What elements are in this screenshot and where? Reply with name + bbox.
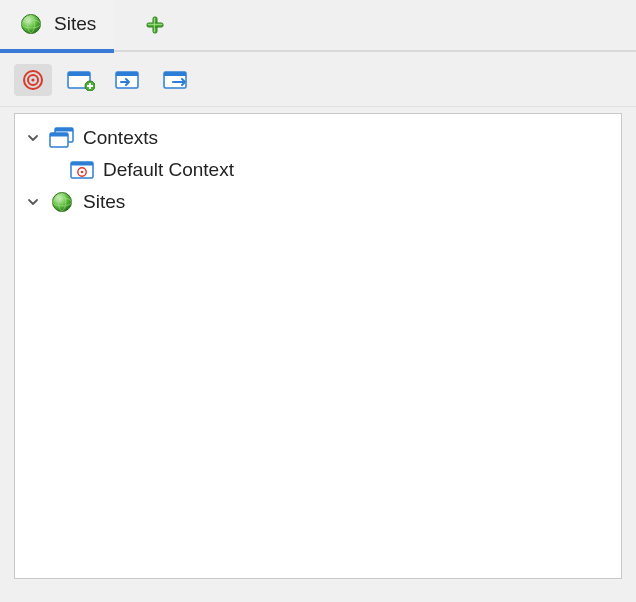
- globe-icon: [49, 189, 75, 215]
- tree-node-label: Default Context: [103, 156, 234, 184]
- import-context-button[interactable]: [110, 64, 148, 96]
- tab-label: Sites: [54, 13, 96, 35]
- svg-rect-23: [71, 162, 93, 166]
- svg-point-0: [22, 15, 41, 34]
- target-button[interactable]: [14, 64, 52, 96]
- export-context-button[interactable]: [158, 64, 196, 96]
- tree-node-label: Sites: [83, 188, 125, 216]
- svg-rect-13: [87, 85, 93, 87]
- chevron-down-icon: [25, 196, 41, 208]
- svg-rect-21: [50, 133, 68, 137]
- tab-sites[interactable]: Sites: [0, 0, 114, 53]
- svg-rect-10: [68, 72, 90, 76]
- new-context-button[interactable]: [62, 64, 100, 96]
- tree-node-sites[interactable]: Sites: [15, 186, 621, 218]
- new-context-icon: [67, 69, 95, 91]
- svg-rect-4: [154, 18, 155, 32]
- tree-view[interactable]: Contexts Default Context: [14, 113, 622, 579]
- sites-panel: Sites: [0, 0, 636, 602]
- svg-rect-5: [148, 24, 162, 25]
- svg-point-26: [53, 193, 72, 212]
- toolbar: [0, 52, 636, 107]
- svg-rect-17: [164, 72, 186, 76]
- svg-point-25: [81, 171, 84, 174]
- chevron-down-icon: [25, 132, 41, 144]
- tree-node-label: Contexts: [83, 124, 158, 152]
- svg-rect-15: [116, 72, 138, 76]
- tree-node-default-context[interactable]: Default Context: [69, 154, 621, 186]
- default-context-icon: [69, 157, 95, 183]
- export-icon: [163, 69, 191, 91]
- import-icon: [115, 69, 143, 91]
- tree-node-contexts[interactable]: Contexts: [15, 122, 621, 154]
- plus-icon: [145, 15, 165, 35]
- svg-rect-3: [147, 23, 163, 27]
- contexts-children: Default Context: [15, 154, 621, 186]
- add-tab-button[interactable]: [140, 0, 170, 50]
- svg-point-8: [31, 78, 34, 81]
- contexts-icon: [49, 125, 75, 151]
- target-icon: [21, 68, 45, 92]
- globe-icon: [18, 11, 44, 37]
- svg-rect-19: [55, 128, 73, 132]
- tab-bar: Sites: [0, 0, 636, 52]
